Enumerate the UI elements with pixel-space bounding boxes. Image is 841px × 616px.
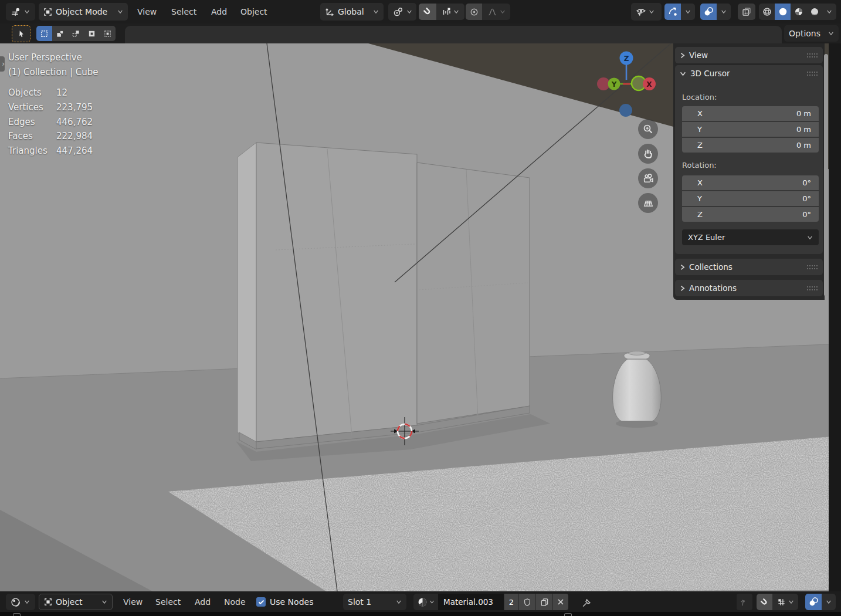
clipped-editor-strip	[0, 612, 841, 616]
parent-node-tree-button[interactable]	[737, 594, 752, 610]
gizmo-options-dropdown[interactable]	[681, 4, 695, 20]
stat-triangles: Triangles447,264	[8, 144, 93, 158]
snap-to-selector[interactable]	[436, 4, 464, 20]
pin-icon	[581, 598, 591, 608]
annotations-panel-header[interactable]: Annotations	[675, 280, 823, 296]
cursor-rotation-z-field[interactable]: Z0°	[682, 207, 819, 222]
menu-object[interactable]: Object	[233, 3, 274, 21]
overlays-icon	[809, 597, 818, 607]
cursor-panel: 3D Cursor Location: X0 m Y0 m Z0 m Rotat…	[675, 65, 823, 254]
node-overlays-dropdown[interactable]	[822, 594, 836, 610]
copy-icon	[540, 598, 549, 607]
options-dropdown[interactable]: Options	[784, 25, 839, 42]
3d-viewport[interactable]: Y X Z User Perspective (1) Collection | …	[0, 43, 841, 591]
unlink-material-button[interactable]	[552, 594, 568, 610]
collections-panel-label: Collections	[689, 262, 733, 272]
shading-rendered-button[interactable]	[806, 4, 822, 20]
shading-mode-group	[759, 4, 836, 20]
cursor-rotation-x-field[interactable]: X0°	[682, 175, 819, 190]
material-slot-selector[interactable]: Slot 1	[343, 594, 406, 610]
transform-orientation-selector[interactable]: Global	[320, 3, 384, 21]
shading-options-dropdown[interactable]	[822, 4, 836, 20]
cursor-location-y-field[interactable]: Y0 m	[682, 122, 819, 137]
bottom-menu-add[interactable]: Add	[188, 593, 218, 611]
chevron-down-icon	[117, 9, 123, 14]
cursor-panel-header[interactable]: 3D Cursor	[675, 65, 823, 82]
editor-type-selector[interactable]	[6, 3, 35, 21]
rotation-section-label: Rotation:	[682, 161, 717, 170]
camera-view-button[interactable]	[638, 168, 658, 188]
node-overlays-toggle[interactable]	[805, 594, 822, 610]
view-panel-label: View	[689, 50, 708, 60]
snap-toggle[interactable]	[419, 4, 436, 20]
mode-selector[interactable]: Object Mode	[39, 3, 128, 21]
pan-button[interactable]	[638, 144, 658, 164]
stat-vertices: Vertices223,795	[8, 100, 93, 115]
shading-solid-button[interactable]	[775, 4, 791, 20]
chevron-down-icon	[649, 9, 655, 14]
material-users-button[interactable]: 2	[504, 594, 518, 610]
zoom-button[interactable]	[638, 119, 658, 139]
rotation-mode-dropdown[interactable]: XYZ Euler	[682, 229, 819, 245]
eye-cursor-icon	[636, 7, 646, 17]
active-tool-button[interactable]	[12, 25, 30, 42]
bottom-menu-select[interactable]: Select	[148, 593, 188, 611]
bottom-menu-node[interactable]: Node	[217, 593, 253, 611]
shading-material-button[interactable]	[791, 4, 806, 20]
proportional-falloff-selector[interactable]	[482, 4, 510, 20]
select-mode-group	[36, 26, 116, 41]
viewport-header: Object Mode View Select Add Object Globa…	[0, 0, 841, 23]
select-subtract-icon	[72, 29, 80, 38]
clipped-icon-fragment	[564, 613, 572, 616]
material-datablock: Material.003 2	[413, 594, 568, 610]
menu-view[interactable]: View	[130, 3, 164, 21]
shader-type-selector[interactable]: Object	[39, 594, 113, 610]
cursor-rotation-y-field[interactable]: Y0°	[682, 191, 819, 206]
cursor-location-x-field[interactable]: X0 m	[682, 106, 819, 121]
sidebar-region: View 3D Cursor Location: X0 m Y0 m Z0 m …	[673, 43, 825, 300]
pin-button[interactable]	[579, 597, 592, 610]
xray-toggle[interactable]	[738, 4, 755, 20]
material-name-field[interactable]: Material.003	[438, 594, 504, 610]
select-mode-extend[interactable]	[52, 26, 68, 41]
cursor-location-z-field[interactable]: Z0 m	[682, 138, 819, 153]
view-panel-header[interactable]: View	[675, 47, 823, 63]
select-mode-subtract[interactable]	[68, 26, 84, 41]
toolbar-expand-arrow[interactable]: ›	[0, 56, 5, 72]
gizmo-toggle-group	[664, 4, 695, 20]
collections-panel-header[interactable]: Collections	[675, 259, 823, 275]
show-overlays-toggle[interactable]	[700, 4, 717, 20]
node-snap-selector[interactable]	[772, 594, 798, 610]
new-material-button[interactable]	[535, 594, 552, 610]
show-gizmo-toggle[interactable]	[664, 4, 681, 20]
menu-select[interactable]: Select	[164, 3, 204, 21]
pivot-point-selector[interactable]	[388, 3, 416, 21]
object-visibility-selector[interactable]	[631, 3, 662, 21]
select-invert-icon	[87, 29, 96, 38]
select-mode-intersect[interactable]	[100, 26, 116, 41]
bottom-editor-type-selector[interactable]	[6, 594, 35, 610]
chevron-down-icon	[24, 9, 30, 14]
browse-material-button[interactable]	[413, 594, 438, 610]
menu-add[interactable]: Add	[204, 3, 234, 21]
wardrobe-object[interactable]	[238, 143, 530, 449]
gizmo-axis-neg-z[interactable]	[619, 104, 632, 117]
perspective-toggle-button[interactable]	[638, 193, 658, 213]
bottom-menu-view[interactable]: View	[116, 593, 150, 611]
select-mode-new[interactable]	[36, 26, 52, 41]
chevron-down-icon	[826, 600, 832, 604]
sidebar-scrollbar[interactable]	[824, 54, 828, 296]
use-nodes-checkbox[interactable]: Use Nodes	[256, 593, 313, 611]
checkbox-checked-icon	[256, 597, 266, 607]
chevron-down-icon	[680, 71, 686, 76]
select-mode-invert[interactable]	[84, 26, 100, 41]
fake-user-button[interactable]	[518, 594, 535, 610]
node-snap-toggle[interactable]	[757, 594, 772, 610]
overlays-options-dropdown[interactable]	[717, 4, 731, 20]
shader-type-label: Object	[56, 597, 83, 607]
shading-wireframe-button[interactable]	[759, 4, 775, 20]
annotations-panel-label: Annotations	[689, 283, 737, 293]
proportional-edit-toggle[interactable]	[466, 4, 482, 20]
chevron-down-icon	[453, 9, 459, 14]
slot-label: Slot 1	[348, 597, 371, 607]
